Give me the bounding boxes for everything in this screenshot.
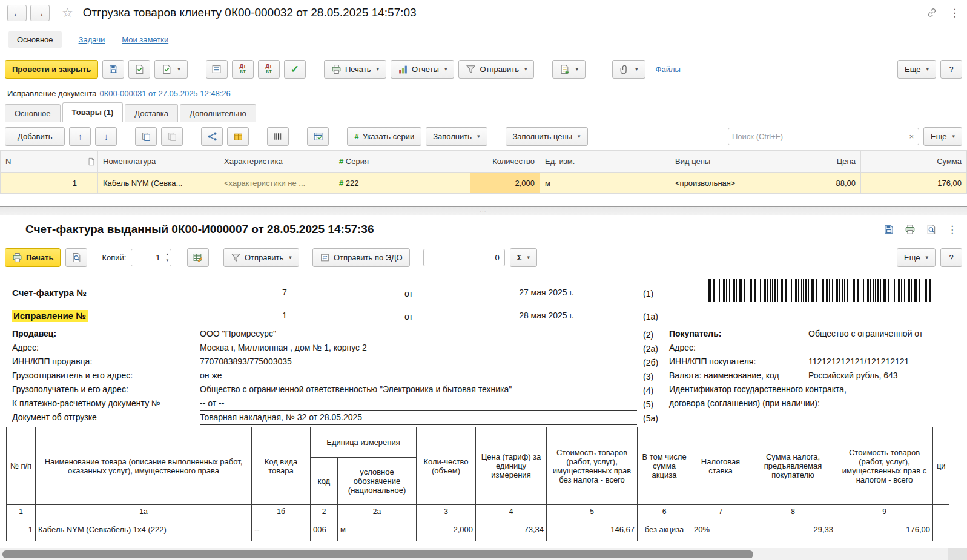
invoice-help-button[interactable]: ? <box>940 248 962 267</box>
nav-item-main[interactable]: Основное <box>8 31 62 48</box>
currency-value[interactable]: Российский рубль, 643 <box>808 371 967 383</box>
nav-item-notes[interactable]: Мои заметки <box>122 35 168 44</box>
horizontal-scrollbar[interactable] <box>0 548 967 560</box>
reports-menu-button[interactable]: Отчеты▾ <box>391 60 454 79</box>
fill-prices-menu-button[interactable]: Заполнить цены▾ <box>506 127 588 146</box>
check-button[interactable]: ✓ <box>284 60 306 79</box>
paste-row-button[interactable] <box>161 127 183 146</box>
nav-item-tasks[interactable]: Задачи <box>79 35 105 44</box>
col-n[interactable]: N <box>1 151 82 173</box>
cell-n[interactable]: 1 <box>1 173 82 194</box>
col-price[interactable]: Цена <box>782 151 861 173</box>
create-based-on-button[interactable]: ▾ <box>552 60 586 79</box>
link-icon[interactable] <box>926 7 937 18</box>
tab-goods[interactable]: Товары (1) <box>62 102 124 122</box>
seller-value[interactable]: ООО "Промресурс" <box>200 329 637 341</box>
col-quantity[interactable]: Количество <box>470 151 540 173</box>
invoice-item-row[interactable]: 1 Кабель NYM (Севкабель) 1x4 (222) -- 00… <box>7 518 949 541</box>
col-series[interactable]: # Серия <box>334 151 470 173</box>
tab-delivery[interactable]: Доставка <box>125 104 178 122</box>
seller-inn-value[interactable]: 7707083893/775003035 <box>200 357 637 369</box>
attachments-button[interactable]: ▾ <box>612 60 645 79</box>
buyer-inn-value[interactable]: 112121212121/121212121 <box>808 357 967 369</box>
invoice-print-button[interactable]: Печать <box>5 248 61 267</box>
window-splitter[interactable]: ⋯ <box>0 206 967 215</box>
help-button[interactable]: ? <box>940 60 962 79</box>
show-movements-button[interactable] <box>206 60 228 79</box>
cell-nomenclature[interactable]: Кабель NYM (Севка... <box>98 173 219 194</box>
more-button[interactable]: Еще▾ <box>897 60 936 79</box>
clear-search-icon[interactable]: × <box>908 132 915 141</box>
cell-characteristic[interactable]: <характеристики не ... <box>219 173 334 194</box>
col-sum[interactable]: Сумма <box>861 151 967 173</box>
cell-price-kind[interactable]: <произвольная> <box>670 173 782 194</box>
print-icon[interactable] <box>905 224 916 235</box>
add-row-button[interactable]: Добавить <box>5 127 65 146</box>
spinner-up-icon[interactable]: ▴ <box>163 251 171 257</box>
invoice-preview-button[interactable] <box>65 248 87 267</box>
tab-additional[interactable]: Дополнительно <box>180 104 256 122</box>
scroll-corner[interactable] <box>948 548 967 560</box>
seller-address-value[interactable]: Москва г, Миллионная , дом № 1, корпус 2 <box>200 343 637 355</box>
goods-table-row[interactable]: 1 Кабель NYM (Севка... <характеристики н… <box>1 173 967 194</box>
spinner-down-icon[interactable]: ▾ <box>163 257 171 263</box>
cell-unit[interactable]: м <box>540 173 670 194</box>
post-button[interactable] <box>128 60 150 79</box>
invoice-send-menu-button[interactable]: Отправить▾ <box>223 248 299 267</box>
barcode-scan-button[interactable] <box>267 127 289 146</box>
copy-row-button[interactable] <box>135 127 157 146</box>
fill-menu-button[interactable]: Заполнить▾ <box>426 127 487 146</box>
share-rows-button[interactable] <box>201 127 223 146</box>
payment-doc-value[interactable]: -- от -- <box>200 398 637 411</box>
invoice-number-value[interactable]: 7 <box>200 288 369 300</box>
post-and-close-button[interactable]: Провести и закрыть <box>5 60 98 79</box>
cell-sum[interactable]: 176,00 <box>861 173 967 194</box>
search-input[interactable] <box>732 132 908 141</box>
debit-credit-alt-button[interactable]: ДтКт <box>258 60 280 79</box>
more-vertical-icon[interactable]: ⋮ <box>949 7 960 19</box>
set-series-button[interactable]: #Указать серии <box>347 127 421 146</box>
col-unit[interactable]: Ед. изм. <box>540 151 670 173</box>
move-up-button[interactable]: ↑ <box>69 127 91 146</box>
post-menu-button[interactable]: ▾ <box>154 60 188 79</box>
copies-input[interactable] <box>131 253 163 262</box>
save-icon[interactable] <box>883 224 894 235</box>
col-nomenclature[interactable]: Номенклатура <box>98 151 219 173</box>
scrollbar-thumb[interactable] <box>2 550 753 558</box>
save-button[interactable] <box>102 60 124 79</box>
consignee-value[interactable]: Общество с ограниченной ответственностью… <box>200 384 637 397</box>
send-edo-button[interactable]: Отправить по ЭДО <box>312 248 410 267</box>
counter-input[interactable] <box>423 249 505 266</box>
shipping-doc-value[interactable]: Товарная накладная, № 32 от 28.05.2025 <box>200 412 637 425</box>
edit-table-button[interactable] <box>187 248 209 267</box>
cell-price[interactable]: 88,00 <box>782 173 861 194</box>
invoice-date-value[interactable]: 27 мая 2025 г. <box>481 288 612 300</box>
col-characteristic[interactable]: Характеристика <box>219 151 334 173</box>
print-menu-button[interactable]: Печать▾ <box>324 60 386 79</box>
pick-items-button[interactable] <box>307 127 329 146</box>
correction-number-value[interactable]: 1 <box>200 311 369 323</box>
col-row-icon[interactable] <box>82 151 98 173</box>
send-menu-button[interactable]: Отправить▾ <box>458 60 534 79</box>
debit-credit-button[interactable]: ДтКт <box>232 60 254 79</box>
goods-more-button[interactable]: Еще▾ <box>923 127 962 146</box>
preview-icon[interactable] <box>926 224 937 235</box>
tab-main[interactable]: Основное <box>5 104 61 122</box>
goods-selection-button[interactable] <box>227 127 249 146</box>
correction-document-link[interactable]: 0К00-000031 от 27.05.2025 12:48:26 <box>99 89 230 98</box>
consignor-value[interactable]: он же <box>200 371 637 383</box>
favorite-star-icon[interactable]: ☆ <box>62 5 73 20</box>
col-price-kind[interactable]: Вид цены <box>670 151 782 173</box>
invoice-more-button[interactable]: Еще▾ <box>897 248 936 267</box>
sum-button[interactable]: Σ▾ <box>510 248 537 267</box>
forward-button[interactable]: → <box>30 5 50 21</box>
buyer-address-value[interactable] <box>808 343 967 355</box>
files-link[interactable]: Файлы <box>656 65 681 74</box>
buyer-value[interactable]: Общество с ограниченной от <box>808 329 967 341</box>
more-vertical-icon[interactable]: ⋮ <box>947 223 957 236</box>
cell-series[interactable]: # 222 <box>334 173 470 194</box>
correction-date-value[interactable]: 28 мая 2025 г. <box>481 311 612 323</box>
move-down-button[interactable]: ↓ <box>95 127 117 146</box>
cell-quantity[interactable]: 2,000 <box>470 173 540 194</box>
back-button[interactable]: ← <box>7 5 27 21</box>
